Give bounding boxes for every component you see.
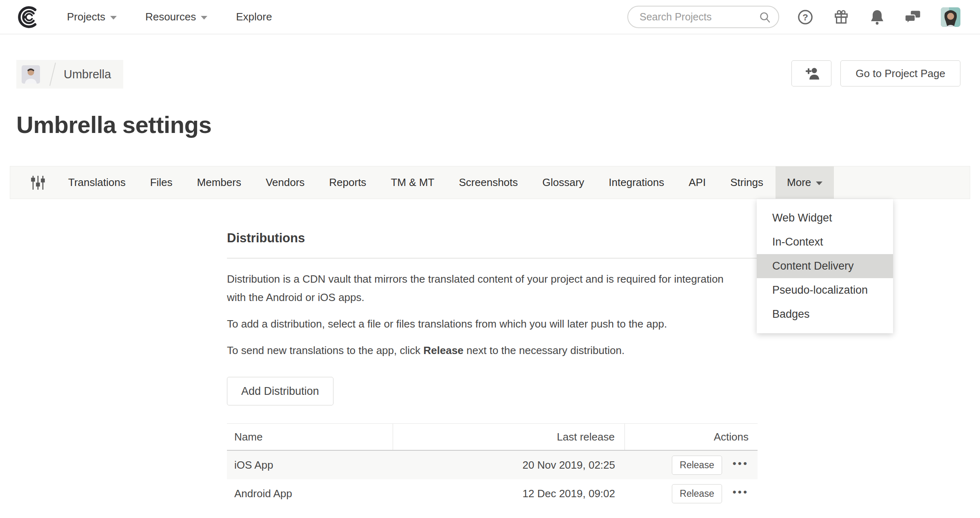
release-button[interactable]: Release [672, 484, 722, 503]
tab-label: Integrations [609, 176, 664, 189]
page-title: Umbrella settings [16, 111, 211, 138]
logo-swirl-icon[interactable] [16, 5, 40, 29]
description-paragraph-1: Distribution is a CDN vault that mirrors… [227, 270, 745, 307]
release-button-label: Release [680, 488, 714, 499]
tab-tm-mt[interactable]: TM & MT [378, 166, 447, 199]
tab-vendors[interactable]: Vendors [253, 166, 317, 199]
settings-tabbar: Translations Files Members Vendors Repor… [10, 166, 970, 199]
svg-text:?: ? [802, 11, 808, 22]
nav-item-label: Explore [236, 11, 272, 23]
menu-item-label: In-Context [772, 236, 823, 248]
more-actions-icon[interactable]: ••• [733, 458, 749, 472]
invite-member-button[interactable] [791, 60, 831, 86]
page: Projects Resources Explore [0, 0, 980, 518]
tab-more-label: More [787, 176, 811, 189]
distributions-table: Name Last release Actions iOS App 20 Nov… [227, 423, 758, 508]
nav-item-label: Projects [67, 11, 105, 23]
tab-label: Screenshots [459, 176, 518, 189]
project-owner-avatar [22, 65, 40, 84]
table-row-ios-app: iOS App 20 Nov 2019, 02:25 Release ••• [227, 451, 758, 479]
menu-item-label: Content Delivery [772, 260, 854, 272]
tab-reports[interactable]: Reports [317, 166, 378, 199]
tab-label: Vendors [266, 176, 304, 189]
tab-preferences[interactable] [21, 166, 56, 199]
column-header-name: Name [227, 424, 393, 450]
table-header-row: Name Last release Actions [227, 424, 758, 451]
tab-more[interactable]: More [776, 166, 834, 199]
search-input[interactable] [640, 11, 756, 23]
breadcrumb-project-name: Umbrella [64, 68, 111, 81]
menu-item-content-delivery[interactable]: Content Delivery [757, 254, 893, 278]
release-button-label: Release [680, 460, 714, 471]
more-dropdown-menu: Web Widget In-Context Content Delivery P… [757, 199, 893, 333]
tab-api[interactable]: API [676, 166, 718, 199]
tab-integrations[interactable]: Integrations [596, 166, 676, 199]
table-row-android-app: Android App 12 Dec 2019, 09:02 Release •… [227, 479, 758, 508]
distributions-section: Distributions Distribution is a CDN vaul… [227, 228, 758, 508]
column-header-last-release: Last release [393, 424, 625, 450]
breadcrumb[interactable]: Umbrella [16, 60, 123, 89]
breadcrumb-separator [49, 63, 56, 86]
description-paragraph-2: To add a distribution, select a file or … [227, 315, 745, 333]
add-distribution-label: Add Distribution [241, 385, 319, 398]
more-actions-icon[interactable]: ••• [733, 487, 749, 500]
row-actions: Release ••• [625, 484, 758, 503]
tab-label: TM & MT [391, 176, 434, 189]
search-icon[interactable] [759, 11, 771, 24]
nav-item-label: Resources [145, 11, 196, 23]
tab-screenshots[interactable]: Screenshots [447, 166, 530, 199]
chevron-down-icon [201, 16, 207, 20]
tab-members[interactable]: Members [185, 166, 253, 199]
tab-label: Files [150, 176, 173, 189]
last-release-date: 20 Nov 2019, 02:25 [393, 459, 625, 472]
help-icon[interactable]: ? [797, 9, 813, 25]
row-actions: Release ••• [625, 456, 758, 475]
release-keyword: Release [423, 344, 463, 356]
tab-label: Translations [68, 176, 126, 189]
table-body: iOS App 20 Nov 2019, 02:25 Release ••• A… [227, 451, 758, 508]
tab-label: Strings [730, 176, 763, 189]
tab-label: API [689, 176, 706, 189]
go-to-project-page-button[interactable]: Go to Project Page [840, 60, 960, 86]
last-release-date: 12 Dec 2019, 09:02 [393, 487, 625, 500]
paragraph-text: To send new translations to the app, cli… [227, 344, 423, 356]
menu-item-label: Pseudo-localization [772, 284, 868, 297]
distribution-name: iOS App [227, 459, 393, 472]
tab-files[interactable]: Files [138, 166, 185, 199]
menu-item-label: Web Widget [772, 212, 832, 224]
main-nav: Projects Resources Explore [67, 11, 272, 23]
tab-strings[interactable]: Strings [718, 166, 776, 199]
release-button[interactable]: Release [672, 456, 722, 475]
add-person-icon [803, 66, 820, 81]
chat-icon[interactable] [905, 9, 921, 25]
sliders-icon [31, 175, 45, 191]
menu-item-web-widget[interactable]: Web Widget [757, 206, 893, 230]
gift-icon[interactable] [833, 9, 849, 25]
menu-item-badges[interactable]: Badges [757, 302, 893, 326]
add-distribution-button[interactable]: Add Distribution [227, 377, 333, 405]
nav-item-projects[interactable]: Projects [67, 11, 117, 23]
menu-item-in-context[interactable]: In-Context [757, 230, 893, 254]
tab-translations[interactable]: Translations [56, 166, 138, 199]
section-divider [227, 258, 758, 259]
description-paragraph-3: To send new translations to the app, cli… [227, 341, 745, 360]
nav-item-explore[interactable]: Explore [236, 11, 272, 23]
menu-item-pseudo-localization[interactable]: Pseudo-localization [757, 278, 893, 302]
menu-item-label: Badges [772, 308, 810, 321]
user-avatar[interactable] [941, 7, 960, 27]
navbar-icon-group: ? [797, 7, 960, 27]
bell-icon[interactable] [869, 9, 885, 25]
top-navbar: Projects Resources Explore [0, 0, 980, 34]
section-title: Distributions [227, 231, 758, 246]
tab-glossary[interactable]: Glossary [530, 166, 597, 199]
tab-label: Reports [329, 176, 366, 189]
go-to-project-page-label: Go to Project Page [856, 67, 945, 80]
nav-item-resources[interactable]: Resources [145, 11, 207, 23]
page-actions: Go to Project Page [791, 60, 960, 86]
paragraph-text: next to the necessary distribution. [464, 344, 625, 356]
distribution-name: Android App [227, 487, 393, 500]
search-box [627, 6, 779, 28]
tab-label: Members [197, 176, 241, 189]
column-header-actions: Actions [625, 424, 758, 450]
chevron-down-icon [110, 16, 117, 20]
